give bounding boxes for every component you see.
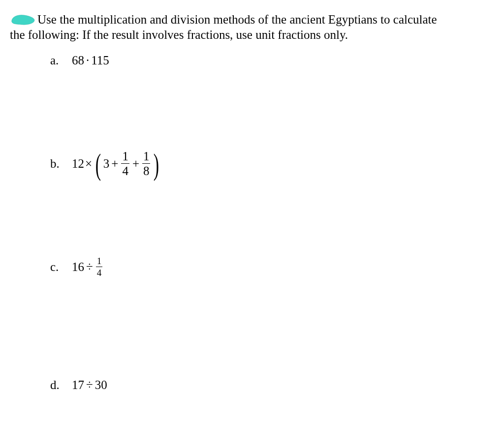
instructions: Use the multiplication and division meth… [10, 12, 494, 43]
problem-a-expression: 68 · 115 [72, 53, 109, 68]
problem-d-label: d. [50, 377, 72, 392]
problem-b-label: b. [50, 156, 72, 171]
problem-d-lhs: 17 [72, 377, 84, 392]
fraction-2-den: 8 [142, 165, 151, 177]
instructions-line1: Use the multiplication and division meth… [37, 13, 437, 26]
fraction-bar [96, 267, 103, 267]
problem-b-expression: 12 × ( 3 + 1 4 + 1 8 [72, 150, 161, 177]
problem-a-rhs: 115 [91, 53, 109, 68]
plus-op-1: + [111, 156, 118, 171]
right-paren-icon: ) [154, 152, 159, 177]
fraction-2: 1 8 [142, 150, 151, 177]
problem-b-lhs: 12 [72, 156, 84, 171]
problem-d-rhs: 30 [95, 377, 107, 392]
problem-b: b. 12 × ( 3 + 1 4 + 1 8 [50, 149, 494, 179]
instructions-line2: the following: If the result involves fr… [10, 28, 348, 41]
problem-b-inside: 3 + 1 4 + 1 8 [103, 150, 152, 177]
problem-c-op: ÷ [86, 259, 93, 274]
problem-list: a. 68 · 115 b. 12 × ( 3 + 1 4 [50, 46, 494, 400]
problem-d: d. 17 ÷ 30 [50, 370, 494, 400]
problem-c: c. 16 ÷ 1 4 [50, 252, 494, 282]
fraction-c-num: 1 [96, 256, 103, 266]
problem-c-label: c. [50, 259, 72, 274]
fraction-c: 1 4 [96, 256, 103, 277]
highlight-mark-icon [10, 13, 35, 26]
fraction-bar [142, 163, 151, 164]
problem-a: a. 68 · 115 [50, 46, 494, 75]
problem-c-lhs: 16 [72, 259, 84, 274]
problem-a-op: · [86, 53, 89, 68]
times-op: × [85, 156, 92, 171]
problem-d-expression: 17 ÷ 30 [72, 377, 107, 392]
problem-b-int: 3 [103, 156, 110, 171]
fraction-1-den: 4 [121, 165, 129, 177]
problem-d-op: ÷ [86, 377, 93, 392]
fraction-c-den: 4 [96, 268, 103, 277]
fraction-bar [121, 163, 129, 164]
problem-a-lhs: 68 [72, 53, 84, 68]
fraction-1: 1 4 [121, 150, 129, 177]
fraction-1-num: 1 [121, 150, 129, 162]
page: Use the multiplication and division meth… [0, 0, 504, 421]
plus-op-2: + [132, 156, 139, 171]
left-paren-icon: ( [95, 152, 101, 177]
fraction-2-num: 1 [142, 150, 151, 162]
problem-c-expression: 16 ÷ 1 4 [72, 256, 103, 277]
problem-a-label: a. [50, 53, 72, 68]
